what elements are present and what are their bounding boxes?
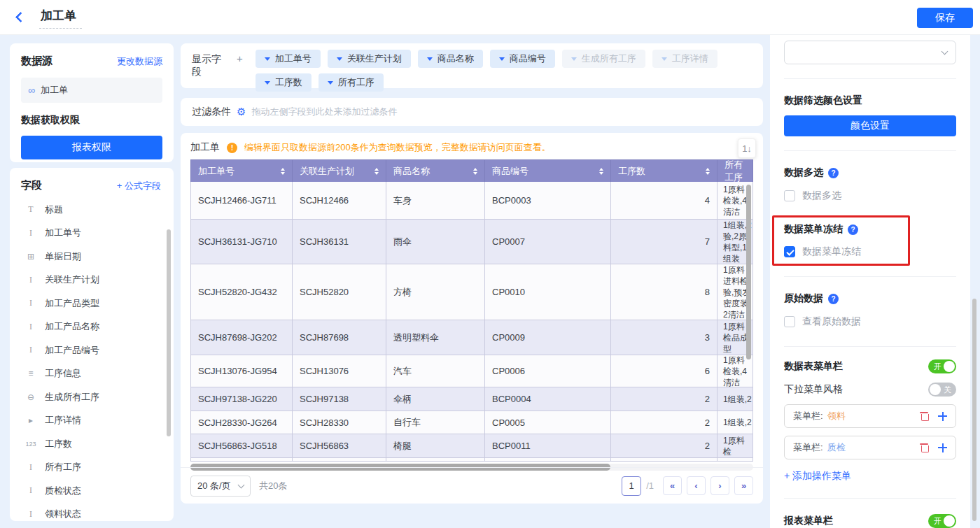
text-field-icon: I	[24, 322, 38, 332]
chip-order-no[interactable]: 加工单号	[255, 50, 321, 68]
first-page-button[interactable]: «	[663, 476, 682, 495]
raw-data-checkbox-row[interactable]: 查看原始数据	[784, 315, 956, 328]
field-item-pick-status[interactable]: I领料状态	[21, 503, 167, 522]
field-item-proc-count[interactable]: 123工序数	[21, 432, 167, 456]
next-page-button[interactable]: ›	[710, 476, 729, 495]
main-area: 数据源 更改数据源 ∞ 加工单 数据获取权限 报表权限 字段 + 公式字段 T标…	[0, 35, 980, 528]
table-row: SCJH12466-JG711SCJH12466车身BCP000341原料检装,…	[190, 182, 753, 220]
field-item-qc-status[interactable]: I质检状态	[21, 479, 167, 503]
multi-select-checkbox[interactable]	[784, 190, 795, 201]
column-header-all-procs[interactable]: 所有工序	[718, 160, 752, 182]
sort-icon[interactable]	[473, 168, 477, 175]
chip-proc-count[interactable]: 工序数	[255, 73, 312, 92]
sort-order-tool-button[interactable]: 1↓	[738, 138, 756, 158]
field-item-proc-detail[interactable]: ▸工序详情	[21, 409, 167, 433]
field-item-proc-info[interactable]: ≡工序信息	[21, 362, 167, 386]
chip-all-procs[interactable]: 所有工序	[318, 73, 384, 92]
dropdown-style-toggle[interactable]: 关	[928, 383, 956, 397]
chip-product-code[interactable]: 商品编号	[490, 50, 555, 68]
column-header-proc-count[interactable]: 工序数	[611, 160, 718, 182]
field-item-all-procs[interactable]: I所有工序	[21, 456, 167, 480]
back-button[interactable]	[11, 8, 29, 27]
page-total-label: /1	[646, 480, 654, 491]
chevron-down-icon	[238, 481, 245, 488]
page-number-input[interactable]: 1	[622, 476, 641, 496]
raw-data-checkbox[interactable]	[784, 316, 795, 327]
question-icon[interactable]: ?	[828, 168, 839, 178]
caret-right-icon: ▸	[24, 415, 38, 425]
add-action-menu-link[interactable]: + 添加操作菜单	[784, 470, 956, 483]
add-formula-field-link[interactable]: + 公式字段	[117, 180, 161, 192]
move-icon[interactable]	[938, 412, 947, 421]
datasource-item[interactable]: ∞ 加工单	[21, 78, 162, 103]
chip-plan[interactable]: 关联生产计划	[328, 50, 411, 68]
preview-title: 加工单	[190, 141, 220, 154]
pill-field-icon: ⊖	[24, 392, 38, 402]
sort-icon[interactable]	[706, 168, 710, 175]
table-menubar-toggle[interactable]: 开	[928, 359, 956, 373]
field-item-product-type[interactable]: I加工产品类型	[21, 292, 167, 315]
sort-icon[interactable]	[599, 168, 603, 175]
preview-warning-text: 编辑界面只取数据源前200条作为查询数据预览，完整数据请访问页面查看。	[244, 141, 551, 154]
table-vertical-scrollbar[interactable]	[746, 185, 751, 359]
save-button[interactable]: 保存	[917, 8, 973, 28]
freeze-checkbox-row[interactable]: 数据菜单冻结	[784, 245, 956, 258]
total-count-label: 共20条	[259, 480, 287, 492]
fields-scrollbar[interactable]	[167, 229, 171, 436]
filter-panel[interactable]: 过滤条件 ⚙ 拖动左侧字段到此处来添加过滤条件	[181, 98, 763, 126]
page-scrollbar[interactable]	[972, 299, 976, 521]
change-datasource-link[interactable]: 更改数据源	[117, 55, 162, 68]
text-field-icon: I	[24, 509, 38, 520]
toggle-knob	[944, 361, 955, 372]
report-menubar-toggle[interactable]: 开	[928, 514, 956, 528]
filter-dropzone-placeholder: 拖动左侧字段到此处来添加过滤条件	[251, 106, 397, 118]
question-icon[interactable]: ?	[828, 294, 839, 304]
preview-table: 加工单号 关联生产计划 商品名称 商品编号 工序数 所有工序 SCJH12466…	[190, 159, 753, 471]
delete-icon[interactable]	[920, 443, 928, 452]
menubar-item-qc[interactable]: 菜单栏: 质检	[784, 436, 956, 459]
field-item-product-name[interactable]: I加工产品名称	[21, 315, 167, 339]
table-row: SCJH56863-JG518SCJH56863椅腿BCP001121原料检	[190, 434, 753, 458]
field-item-date[interactable]: ⊞单据日期	[21, 245, 167, 269]
column-header-order-no[interactable]: 加工单号	[191, 160, 293, 182]
chip-proc-detail[interactable]: 工序详情	[652, 50, 718, 68]
question-icon[interactable]: ?	[848, 224, 858, 235]
delete-icon[interactable]	[920, 411, 928, 421]
report-permission-button[interactable]: 报表权限	[21, 136, 162, 159]
page-size-select[interactable]: 20 条/页	[190, 476, 251, 497]
chevron-down-icon	[265, 81, 270, 85]
page-title[interactable]: 加工单	[39, 6, 82, 29]
move-icon[interactable]	[938, 443, 947, 452]
table-row-partial	[190, 458, 753, 462]
menubar-item-pick[interactable]: 菜单栏: 领料	[784, 404, 956, 428]
chip-gen-all-procs[interactable]: 生成所有工序	[562, 50, 645, 68]
freeze-checkbox[interactable]	[784, 246, 795, 257]
chip-product-name[interactable]: 商品名称	[418, 50, 483, 68]
gear-icon[interactable]: ⚙	[237, 106, 246, 118]
column-header-product-name[interactable]: 商品名称	[386, 160, 485, 182]
date-field-icon: ⊞	[24, 252, 38, 262]
field-item-order-no[interactable]: I加工单号	[21, 222, 167, 245]
table-menubar-title: 数据表菜单栏	[784, 360, 843, 373]
toggle-knob	[930, 384, 941, 395]
field-item-product-code[interactable]: I加工产品编号	[21, 338, 167, 362]
column-header-plan[interactable]: 关联生产计划	[293, 160, 386, 182]
field-item-title[interactable]: T标题	[21, 198, 167, 222]
sort-icon[interactable]	[374, 168, 379, 175]
display-fields-label: 显示字段	[192, 53, 231, 82]
prev-page-button[interactable]: ‹	[687, 476, 706, 495]
settings-dropdown[interactable]	[784, 41, 956, 64]
last-page-button[interactable]: »	[734, 476, 753, 495]
table-row: SCJH28330-JG264SCJH28330自行车CP000521组装,2	[190, 411, 753, 434]
text-field-icon: I	[24, 228, 38, 238]
datasource-name: 加工单	[41, 84, 68, 97]
freeze-section: 数据菜单冻结 ? 数据菜单冻结	[784, 223, 956, 258]
color-setting-button[interactable]: 颜色设置	[784, 115, 956, 136]
add-display-field-button[interactable]: +	[237, 52, 243, 82]
multi-select-checkbox-row[interactable]: 数据多选	[784, 190, 956, 202]
sort-icon[interactable]	[281, 168, 285, 175]
table-header-row: 加工单号 关联生产计划 商品名称 商品编号 工序数 所有工序	[190, 159, 753, 182]
field-item-gen-all-procs[interactable]: ⊖生成所有工序	[21, 385, 167, 409]
field-item-plan[interactable]: I关联生产计划	[21, 269, 167, 292]
column-header-product-code[interactable]: 商品编号	[485, 160, 611, 182]
